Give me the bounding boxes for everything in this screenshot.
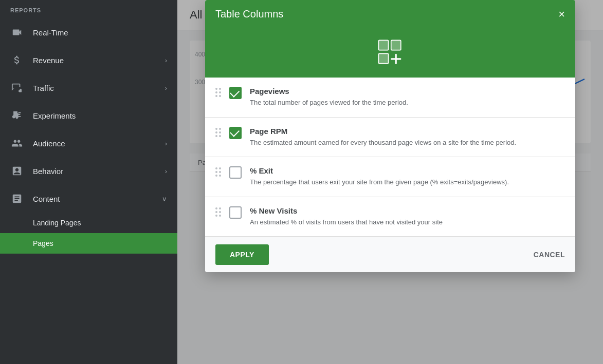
modal-icon-area	[205, 28, 575, 78]
sidebar-item-content[interactable]: Content ∨	[0, 185, 177, 213]
column-item-pageviews: Pageviews The total number of pages view…	[205, 78, 575, 118]
sidebar-header: REPORTS	[0, 0, 177, 18]
column-desc: The estimated amount earned for every th…	[250, 138, 565, 148]
checkbox-pct-exit[interactable]	[229, 166, 242, 179]
drag-handle-pageviews[interactable]	[215, 88, 221, 97]
content-icon	[10, 192, 24, 205]
sidebar-item-traffic[interactable]: Traffic ›	[0, 74, 177, 102]
sidebar-item-label: Revenue	[33, 56, 165, 65]
column-desc: The total number of pages viewed for the…	[250, 98, 565, 108]
svg-rect-2	[391, 40, 401, 50]
chevron-right-icon: ›	[165, 56, 167, 64]
apply-button[interactable]: APPLY	[215, 244, 269, 265]
checkbox-pct-new-visits[interactable]	[229, 206, 242, 219]
camera-icon	[10, 26, 24, 39]
column-desc: An estimated % of visits from users that…	[250, 217, 565, 227]
sidebar-subitem-pages[interactable]: Pages	[0, 233, 177, 254]
chevron-right-icon: ›	[165, 140, 167, 147]
audience-icon	[10, 137, 24, 150]
drag-handle-pct-new-visits[interactable]	[215, 207, 221, 217]
column-item-pct-new-visits: % New Visits An estimated % of visits fr…	[205, 197, 575, 237]
column-info-pageviews: Pageviews The total number of pages view…	[250, 87, 565, 108]
column-name: % New Visits	[250, 206, 565, 215]
checkbox-pageviews[interactable]	[229, 87, 242, 99]
modal-body: Pageviews The total number of pages view…	[205, 78, 575, 237]
chevron-down-icon: ∨	[162, 195, 167, 203]
modal-overlay: Table Columns ×	[177, 0, 603, 364]
column-name: Pageviews	[250, 87, 565, 95]
column-desc: The percentage that users exit your site…	[250, 177, 565, 187]
sidebar-item-revenue[interactable]: Revenue ›	[0, 46, 177, 74]
traffic-icon	[10, 81, 24, 94]
column-info-pct-exit: % Exit The percentage that users exit yo…	[250, 166, 565, 187]
sidebar-item-label: Experiments	[33, 111, 167, 120]
table-columns-modal: Table Columns ×	[205, 0, 575, 272]
sidebar-item-label: Behavior	[33, 167, 165, 176]
sidebar-subitem-landing-pages[interactable]: Landing Pages	[0, 213, 177, 233]
sidebar-item-experiments[interactable]: Experiments	[0, 102, 177, 129]
behavior-icon	[10, 164, 24, 178]
checkbox-page-rpm[interactable]	[229, 127, 242, 139]
main-content-area: All P 400 300 Pa Page Table Columns ×	[177, 0, 603, 364]
drag-handle-page-rpm[interactable]	[215, 128, 221, 137]
column-info-pct-new-visits: % New Visits An estimated % of visits fr…	[250, 206, 565, 227]
sidebar-item-label: Real-Time	[33, 28, 167, 37]
svg-rect-0	[378, 40, 388, 50]
modal-header: Table Columns ×	[205, 0, 575, 28]
column-item-page-rpm: Page RPM The estimated amount earned for…	[205, 118, 575, 158]
column-name: % Exit	[250, 166, 565, 175]
modal-close-button[interactable]: ×	[558, 9, 565, 20]
sidebar: REPORTS Real-Time Revenue › Traffic ›	[0, 0, 177, 364]
experiments-icon	[10, 109, 24, 122]
modal-title: Table Columns	[215, 8, 283, 20]
column-name: Page RPM	[250, 127, 565, 136]
sidebar-item-behavior[interactable]: Behavior ›	[0, 157, 177, 185]
column-item-pct-exit: % Exit The percentage that users exit yo…	[205, 157, 575, 197]
sidebar-item-real-time[interactable]: Real-Time	[0, 18, 177, 46]
svg-rect-1	[378, 53, 388, 63]
column-info-page-rpm: Page RPM The estimated amount earned for…	[250, 127, 565, 148]
sidebar-item-label: Traffic	[33, 84, 165, 92]
sidebar-item-label: Content	[33, 195, 162, 203]
chevron-right-icon: ›	[165, 167, 167, 175]
sidebar-item-audience[interactable]: Audience ›	[0, 129, 177, 157]
modal-footer: APPLY CANCEL	[205, 237, 575, 272]
sidebar-item-label: Audience	[33, 139, 165, 148]
dollar-icon	[10, 53, 24, 67]
cancel-button[interactable]: CANCEL	[534, 251, 565, 259]
add-columns-icon	[377, 39, 404, 65]
drag-handle-pct-exit[interactable]	[215, 167, 221, 177]
chevron-right-icon: ›	[165, 84, 167, 92]
